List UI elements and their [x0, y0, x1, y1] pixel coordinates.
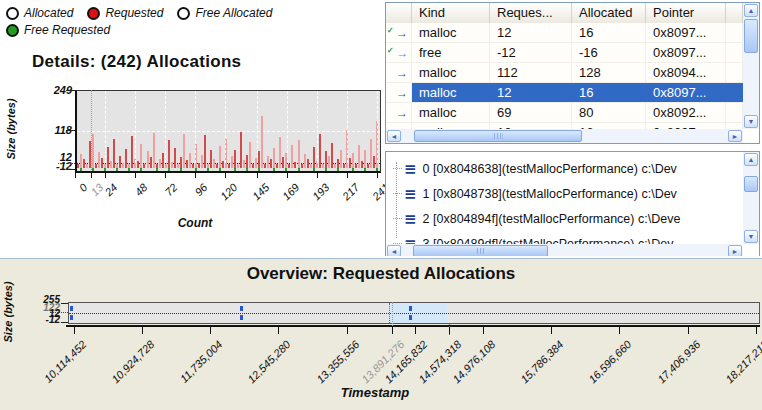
scroll-thumb[interactable]: [413, 245, 548, 257]
allocation-bar: [291, 145, 293, 168]
cell-requested: -12: [490, 43, 572, 62]
allocation-bar: [174, 148, 176, 168]
list-item[interactable]: ≡ 1 [0x8048738](testMallocPerformance) c…: [386, 181, 743, 206]
stack-frame-text: 0 [0x8048638](testMallocPerformance) c:\…: [423, 162, 677, 176]
allocation-bar: [168, 140, 170, 168]
table-row[interactable]: → malloc 69 80 0x8092...: [386, 103, 743, 123]
table-row[interactable]: ✓← free -12 -16 0x8097...: [386, 43, 743, 63]
table-row[interactable]: ✓→ malloc 12 16 0x8097...: [386, 23, 743, 43]
free-mark: [352, 168, 354, 171]
stack-trace-panel: ≡ 0 [0x8048638](testMallocPerformance) c…: [385, 151, 760, 259]
list-item-clipped[interactable]: ≡ 3 [0x80489df](testMallocPerformance) c…: [386, 231, 743, 244]
allocation-bar: [213, 159, 215, 168]
table-row-selected[interactable]: → malloc 12 16 0x8097...: [386, 83, 743, 103]
overview-x-axis: [66, 325, 760, 327]
timestamp-tick-label: 11,735,004: [157, 338, 225, 406]
timestamp-tick-label: 10,114,452: [21, 338, 89, 406]
cell-allocated: 16: [572, 83, 646, 102]
allocation-bar: [189, 153, 191, 168]
allocation-bar: [198, 163, 200, 168]
allocation-bar: [162, 153, 164, 168]
legend-item-requested[interactable]: Requested: [87, 6, 163, 20]
overview-band[interactable]: [68, 302, 760, 324]
tree-stub: [393, 193, 402, 194]
legend-label: Allocated: [24, 6, 73, 20]
scroll-left-button[interactable]: ◄: [387, 130, 401, 142]
cell-kind: malloc: [412, 83, 490, 102]
details-chart-title: Details: (242) Allocations: [32, 52, 241, 72]
list-item[interactable]: ≡ 0 [0x8048638](testMallocPerformance) c…: [386, 156, 743, 181]
scroll-down-button[interactable]: ▼: [744, 115, 758, 128]
scroll-left-button[interactable]: ◄: [387, 245, 401, 257]
list-horizontal-scrollbar[interactable]: ◄ ►: [386, 244, 743, 258]
thumb-grip: [494, 133, 503, 139]
allocation-bar: [367, 164, 369, 168]
column-header-icon[interactable]: [386, 3, 412, 23]
scroll-up-button[interactable]: ▲: [744, 4, 758, 17]
cell-allocated: 80: [572, 103, 646, 122]
allocation-bar: [95, 164, 97, 168]
allocation-bar: [165, 164, 167, 168]
memory-analysis-window: Allocated Requested Free Allocated Free …: [0, 0, 762, 410]
free-mark: [128, 168, 130, 171]
allocation-bar: [153, 133, 155, 168]
allocation-bar: [249, 142, 251, 168]
allocation-bar: [288, 164, 290, 168]
allocation-bar: [231, 156, 233, 168]
x-tick-label: 13: [65, 181, 106, 222]
table-header: Kind Reques... Allocated Pointer: [386, 3, 743, 24]
allocation-bar: [270, 159, 272, 168]
chart-legend-row2: Free Requested: [6, 23, 124, 37]
column-header-kind[interactable]: Kind: [412, 3, 490, 23]
thumb-grip: [476, 248, 485, 254]
legend-label: Free Requested: [24, 23, 110, 37]
legend-item-free-requested[interactable]: Free Requested: [6, 23, 110, 37]
timestamp-tick-label: 18,217,212: [703, 338, 762, 406]
column-header-allocated[interactable]: Allocated: [572, 3, 646, 23]
allocation-bar: [355, 164, 357, 168]
allocation-bar: [143, 164, 145, 168]
scroll-up-button[interactable]: ▲: [744, 153, 758, 166]
table-vertical-scrollbar[interactable]: ▲ ▼: [743, 3, 759, 129]
scroll-thumb[interactable]: [744, 176, 758, 192]
allocation-bars: [77, 91, 380, 168]
x-tick-mark: [619, 327, 620, 334]
scroll-thumb[interactable]: [414, 130, 582, 142]
x-tick-mark: [74, 327, 75, 334]
free-mark: [180, 168, 182, 171]
scroll-right-button[interactable]: ►: [728, 130, 742, 142]
allocation-bar: [340, 150, 342, 168]
legend-item-free-allocated[interactable]: Free Allocated: [177, 6, 272, 20]
allocation-bar: [177, 164, 179, 168]
free-mark: [140, 168, 142, 171]
list-vertical-scrollbar[interactable]: ▲ ▼: [743, 152, 759, 244]
allocation-bar: [243, 160, 245, 168]
column-header-filler: [726, 3, 743, 23]
table-row[interactable]: → malloc 112 128 0x8094...: [386, 63, 743, 83]
allocation-bar: [255, 158, 257, 168]
x-tick-mark: [688, 327, 689, 334]
cell-kind: malloc: [412, 63, 490, 82]
scroll-right-button[interactable]: ►: [728, 245, 742, 257]
table-horizontal-scrollbar[interactable]: ◄ ►: [386, 129, 743, 143]
free-mark: [313, 168, 315, 171]
allocation-bar: [125, 149, 127, 168]
allocation-bar: [180, 157, 182, 168]
allocation-bar: [86, 164, 88, 168]
legend-item-allocated[interactable]: Allocated: [6, 6, 73, 20]
column-header-pointer[interactable]: Pointer: [646, 3, 726, 23]
stack-frame-icon: ≡: [404, 185, 417, 203]
allocation-bar: [171, 162, 173, 168]
details-plot-area[interactable]: [75, 90, 381, 173]
column-header-requested[interactable]: Reques...: [490, 3, 572, 23]
allocation-bar: [298, 140, 300, 168]
scroll-thumb[interactable]: [744, 19, 758, 53]
cell-allocated: -16: [572, 43, 646, 62]
cell-kind: free: [412, 43, 490, 62]
allocation-bar: [267, 156, 269, 168]
list-item[interactable]: ≡ 2 [0x804894f](testMallocPerformance) c…: [386, 206, 743, 231]
scroll-down-icon: ▼: [748, 118, 755, 125]
scroll-down-button[interactable]: ▼: [744, 230, 758, 243]
x-tick-mark: [551, 327, 552, 334]
allocation-bar: [282, 157, 284, 168]
